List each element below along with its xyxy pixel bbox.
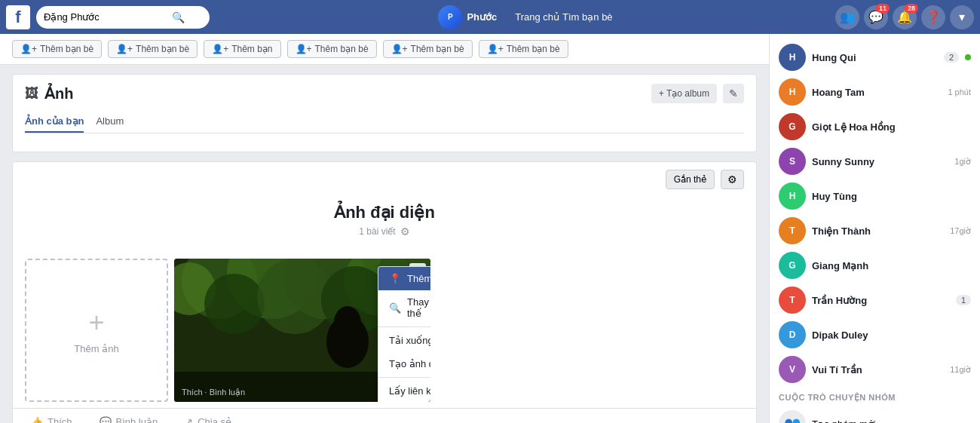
dropdown-item-change-alt[interactable]: 🔍 Thay đổi văn bản thay thế [378, 290, 430, 325]
avatar-hoang-tam: H [779, 78, 806, 106]
sidebar-contact-hoang-tam[interactable]: H Hoang Tam 1 phút [770, 75, 980, 109]
sidebar-contact-vui-ti-tran[interactable]: V Vui Tí Trần 11giờ [770, 352, 980, 387]
create-group-btn[interactable]: 👥 Tạo nhóm mới [770, 406, 980, 423]
friend-icon: 👥 [840, 10, 855, 24]
contact-name-tran-huong: Trần Hường [812, 295, 950, 306]
album-settings-btn[interactable]: ⚙ [721, 170, 744, 189]
album-controls: Gắn thẻ ⚙ [666, 170, 744, 189]
download-label: Tải xuống [389, 335, 430, 346]
top-navigation: f Đặng Phước 🔍 P Phước Trang chủ Tìm bạn… [0, 0, 980, 34]
contact-name-thien-thanh: Thiện Thành [812, 225, 944, 237]
add-friend-label-6: Thêm bạn bè [507, 44, 560, 54]
dropdown-item-get-link[interactable]: Lấy liên kết [378, 379, 430, 402]
add-friend-label-2: Thêm bạn bè [136, 44, 189, 54]
avatar-tran-huong: T [779, 287, 806, 314]
create-album-btn[interactable]: + Tạo album [651, 84, 717, 103]
add-friend-icon-1: 👤+ [20, 44, 37, 54]
plus-icon: + [88, 307, 104, 339]
search-input[interactable]: Đặng Phước [44, 11, 172, 23]
online-indicator-hung-qui [965, 54, 971, 60]
right-sidebar: H Hung Qui 2 H Hoang Tam 1 phút G Giọt L… [769, 34, 980, 423]
edit-photos-btn[interactable]: ✎ [723, 84, 744, 103]
create-group-label: Tạo nhóm mới [812, 418, 876, 424]
nav-user-info[interactable]: P Phước [438, 5, 497, 29]
nav-menu-btn[interactable]: ▾ [950, 5, 974, 29]
sidebar-contact-thien-thanh[interactable]: T Thiện Thành 17giờ [770, 213, 980, 248]
chevron-down-icon: ▾ [959, 10, 965, 24]
add-photo-label: Thêm ảnh [74, 343, 118, 354]
dropdown-item-add-location[interactable]: 📍 Thêm vị trí [378, 267, 430, 290]
search-alt-icon: 🔍 [389, 302, 401, 314]
gan-the-btn[interactable]: Gắn thẻ [666, 170, 715, 189]
friends-bar: 👤+ Thêm bạn bè 👤+ Thêm bạn bè 👤+ Thêm bạ… [0, 34, 769, 65]
add-photo-box[interactable]: + Thêm ảnh [25, 259, 168, 402]
add-friend-btn-2[interactable]: 👤+ Thêm bạn bè [108, 40, 198, 58]
add-friend-label-4: Thêm bạn bè [315, 44, 369, 54]
dropdown-item-download[interactable]: Tải xuống [378, 329, 430, 352]
share-btn[interactable]: ↗ Chia sẻ [179, 413, 237, 423]
contact-time-sunny: 1giờ [954, 157, 971, 167]
nav-friend-requests-btn[interactable]: 👥 [835, 5, 859, 29]
photo-actions: + Tạo album ✎ [651, 84, 744, 103]
nav-username: Phước [467, 11, 497, 23]
comment-btn[interactable]: 💬 Bình luận [93, 413, 164, 423]
add-friend-btn-5[interactable]: 👤+ Thêm bạn bè [383, 40, 473, 58]
avatar-sunny: S [779, 148, 806, 175]
message-badge: 11 [876, 4, 890, 13]
contact-name-hoang-tam: Hoang Tam [812, 87, 942, 98]
search-bar[interactable]: Đặng Phước 🔍 [36, 6, 210, 29]
sidebar-contact-dipak[interactable]: D Dipak Duley [770, 317, 980, 352]
add-friend-btn-1[interactable]: 👤+ Thêm bạn bè [12, 40, 102, 58]
nav-messages-btn[interactable]: 💬 11 [864, 5, 888, 29]
avatar-giot-le: G [779, 113, 806, 140]
nav-home-link[interactable]: Trang chủ [515, 11, 559, 23]
post-actions: 👍 Thích 💬 Bình luận ↗ Chia sẻ [13, 408, 756, 423]
create-group-icon: 👥 [779, 410, 806, 423]
add-friend-btn-3[interactable]: 👤+ Thêm bạn [204, 40, 280, 58]
tab-albums[interactable]: Album [96, 111, 124, 133]
add-friend-btn-6[interactable]: 👤+ Thêm bạn bè [479, 40, 568, 58]
album-post-title: Ảnh đại diện [25, 203, 744, 222]
add-friend-label-3: Thêm bạn [231, 44, 272, 54]
avatar-giang-manh: G [779, 252, 806, 279]
nav-find-friends-link[interactable]: Tìm bạn bè [562, 11, 613, 23]
dropdown-item-profile-notice[interactable]: Tạo ảnh đăng chú ý [378, 352, 430, 375]
contact-time-hoang-tam: 1 phút [948, 87, 971, 97]
help-icon: ❓ [926, 10, 941, 24]
add-friend-btn-4[interactable]: 👤+ Thêm bạn bè [287, 40, 377, 58]
sidebar-contact-huy-tung[interactable]: H Huy Tùng [770, 179, 980, 213]
photo-section-title: Ảnh [44, 84, 73, 103]
contact-time-vui-ti-tran: 11giờ [950, 365, 971, 375]
tab-my-photos[interactable]: Ảnh của bạn [25, 111, 84, 133]
search-icon: 🔍 [172, 11, 185, 23]
settings-gear-icon[interactable]: ⚙ [400, 225, 410, 238]
sidebar-contact-tran-huong[interactable]: T Trần Hường 1 [770, 283, 980, 317]
contact-name-giot-le: Giọt Lệ Hoa Hồng [812, 121, 971, 133]
add-friend-icon-2: 👤+ [116, 44, 133, 54]
sidebar-contact-giot-le[interactable]: G Giọt Lệ Hoa Hồng [770, 109, 980, 144]
contact-name-sunny: Sunny Sunny [812, 156, 948, 167]
add-friend-icon-4: 👤+ [296, 44, 312, 54]
photo-tabs: Ảnh của bạn Album [25, 111, 744, 133]
comment-label: Bình luận [116, 416, 158, 423]
add-friend-label-1: Thêm bạn bè [40, 44, 93, 54]
profile-notice-label: Tạo ảnh đăng chú ý [389, 358, 430, 369]
sidebar-contact-giang-manh[interactable]: G Giang Mạnh [770, 248, 980, 283]
content-area: 👤+ Thêm bạn bè 👤+ Thêm bạn bè 👤+ Thêm bạ… [0, 34, 769, 423]
nav-center: P Phước Trang chủ Tìm bạn bè [216, 5, 835, 29]
nav-notifications-btn[interactable]: 🔔 28 [893, 5, 917, 29]
avatar-huy-tung: H [779, 182, 806, 210]
avatar-thien-thanh: T [779, 217, 806, 244]
main-wrapper: 👤+ Thêm bạn bè 👤+ Thêm bạn bè 👤+ Thêm bạ… [0, 34, 980, 423]
facebook-logo[interactable]: f [6, 5, 30, 29]
nav-help-btn[interactable]: ❓ [921, 5, 945, 29]
like-btn[interactable]: 👍 Thích [25, 413, 78, 423]
sidebar-contact-hung-qui[interactable]: H Hung Qui 2 [770, 40, 980, 75]
comment-icon: 💬 [100, 416, 112, 423]
add-location-label: Thêm vị trí [407, 273, 430, 284]
sidebar-contact-sunny[interactable]: S Sunny Sunny 1giờ [770, 144, 980, 179]
dropdown-divider-1 [378, 326, 430, 327]
avatar-dipak: D [779, 321, 806, 348]
share-label: Chia sẻ [198, 416, 231, 423]
avatar-hung-qui: H [779, 44, 806, 71]
